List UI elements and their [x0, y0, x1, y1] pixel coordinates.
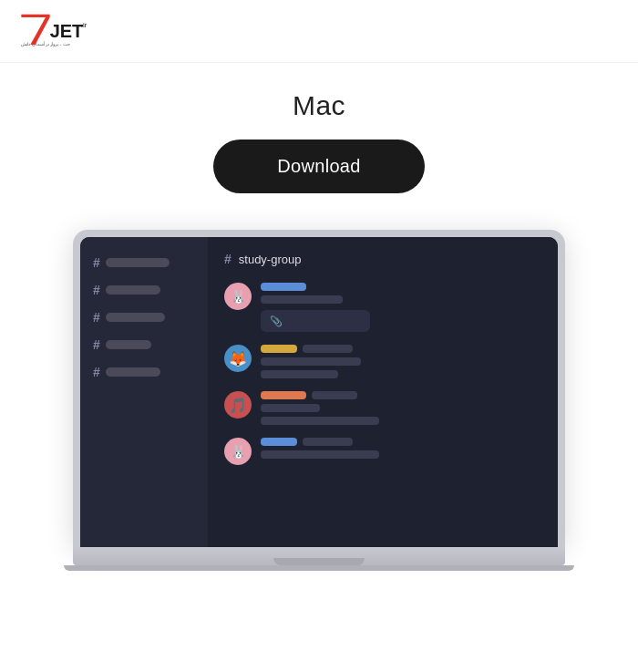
- laptop-foot: [64, 565, 574, 571]
- hash-icon: #: [93, 310, 100, 325]
- logo-svg: JET .ir جت ، پرواز در آسمان دانش: [18, 13, 91, 49]
- message-bar: [261, 450, 379, 459]
- channel-bar: [106, 367, 160, 377]
- paperclip-icon: 📎: [270, 315, 283, 327]
- message-row: 🐰: [224, 438, 541, 465]
- svg-marker-0: [21, 15, 49, 45]
- platform-title: Mac: [293, 90, 345, 121]
- sidebar-channel-1: #: [93, 255, 195, 270]
- attachment-box: 📎: [261, 310, 370, 332]
- message-row: 🐰 📎: [224, 283, 541, 332]
- svg-text:جت ، پرواز در آسمان دانش: جت ، پرواز در آسمان دانش: [21, 41, 69, 47]
- svg-text:JET: JET: [50, 21, 84, 41]
- message-bar: [261, 404, 320, 412]
- channel-bar: [106, 258, 170, 267]
- hash-icon: #: [93, 365, 100, 379]
- hash-icon: #: [93, 255, 100, 270]
- message-bar: [261, 357, 361, 366]
- message-bar: [261, 417, 379, 425]
- laptop-screen-inner: # # # # #: [80, 237, 558, 547]
- message-bar: [312, 391, 357, 399]
- message-bar: [261, 370, 338, 378]
- hash-icon: #: [93, 283, 100, 297]
- channel-hash-icon: #: [224, 252, 232, 266]
- message-content: [261, 345, 361, 378]
- message-bar: [261, 438, 297, 446]
- avatar: 🐰: [224, 438, 252, 465]
- message-content: [261, 438, 379, 459]
- messages-list: 🐰 📎 🦊: [224, 283, 541, 465]
- header: JET .ir جت ، پرواز در آسمان دانش: [0, 0, 638, 63]
- message-bar: [303, 438, 353, 446]
- sidebar-channel-4: #: [93, 337, 195, 352]
- message-bar: [303, 345, 353, 353]
- avatar: 🦊: [224, 345, 252, 372]
- message-bar: [261, 283, 306, 291]
- message-bar: [261, 295, 343, 304]
- message-row: 🦊: [224, 345, 541, 378]
- sidebar-channel-2: #: [93, 283, 195, 297]
- channel-name: study-group: [239, 253, 302, 266]
- sidebar-channel-5: #: [93, 365, 195, 379]
- channel-bar: [106, 285, 160, 295]
- message-bar: [261, 391, 306, 399]
- avatar: 🐰: [224, 283, 252, 310]
- download-button[interactable]: Download: [213, 140, 424, 193]
- avatar: 🎵: [224, 391, 252, 419]
- channel-bar: [106, 313, 165, 322]
- svg-text:.ir: .ir: [81, 21, 87, 29]
- laptop-screen-outer: # # # # #: [73, 230, 565, 547]
- message-content: [261, 391, 379, 425]
- hash-icon: #: [93, 337, 100, 352]
- main-content: Mac Download # # #: [0, 63, 638, 672]
- chat-main: # study-group 🐰 📎: [208, 237, 558, 547]
- message-content: 📎: [261, 283, 370, 332]
- laptop-notch: [273, 558, 365, 565]
- channel-bar: [106, 340, 151, 349]
- sidebar-channel-3: #: [93, 310, 195, 325]
- message-bar: [261, 345, 297, 353]
- chat-sidebar: # # # # #: [80, 237, 208, 547]
- message-row: 🎵: [224, 391, 541, 425]
- laptop-mockup: # # # # #: [73, 230, 565, 571]
- logo: JET .ir جت ، پرواز در آسمان دانش: [18, 13, 91, 49]
- laptop-base: [73, 547, 565, 565]
- chat-channel-header: # study-group: [224, 252, 541, 266]
